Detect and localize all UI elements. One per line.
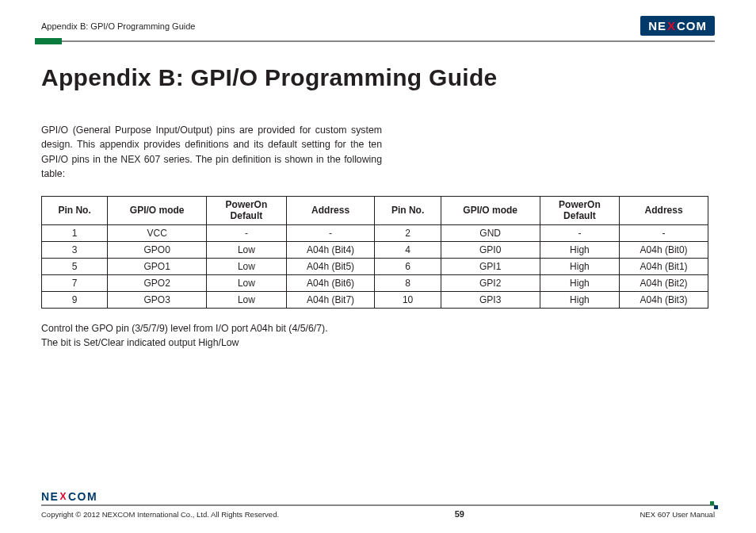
col-gpio-mode-b: GPI/O mode: [441, 196, 540, 224]
table-cell: 3: [42, 241, 108, 258]
doc-title: NEX 607 User Manual: [640, 510, 715, 519]
table-cell: GPI3: [441, 291, 540, 308]
table-cell: -: [620, 224, 708, 241]
table-cell: High: [540, 291, 620, 308]
table-cell: A04h (Bit6): [286, 274, 375, 291]
table-cell: GPO0: [108, 241, 207, 258]
logo-text-post: COM: [677, 19, 707, 33]
gpio-pin-table: Pin No. GPI/O mode PowerOnDefault Addres…: [41, 196, 708, 309]
intro-paragraph: GPI/O (General Purpose Input/Output) pin…: [41, 123, 382, 182]
table-cell: 2: [375, 224, 441, 241]
table-header-row: Pin No. GPI/O mode PowerOnDefault Addres…: [42, 196, 708, 224]
table-row: 9GPO3LowA04h (Bit7)10GPI3HighA04h (Bit3): [42, 291, 708, 308]
note-line-1: Control the GPO pin (3/5/7/9) level from…: [41, 321, 715, 336]
table-cell: GPI0: [441, 241, 540, 258]
table-cell: A04h (Bit7): [286, 291, 375, 308]
table-cell: GPI1: [441, 258, 540, 274]
header-section-label: Appendix B: GPI/O Programming Guide: [41, 21, 195, 31]
table-cell: 8: [375, 274, 441, 291]
logo-text-x: X: [667, 19, 676, 33]
table-cell: Low: [207, 291, 287, 308]
table-cell: Low: [207, 274, 287, 291]
table-cell: A04h (Bit2): [620, 274, 708, 291]
table-cell: High: [540, 274, 620, 291]
footer-rule: [41, 504, 715, 506]
note-line-2: The bit is Set/Clear indicated output Hi…: [41, 336, 715, 350]
table-cell: High: [540, 241, 620, 258]
footer-logo-post: COM: [68, 490, 97, 503]
table-row: 3GPO0LowA04h (Bit4)4GPI0HighA04h (Bit0): [42, 241, 708, 258]
col-address-b: Address: [620, 196, 708, 224]
header-rule: [41, 40, 715, 42]
col-poweron-b: PowerOnDefault: [540, 196, 620, 224]
logo-text-pre: NE: [648, 19, 666, 33]
table-cell: 6: [375, 258, 441, 274]
table-cell: -: [540, 224, 620, 241]
table-row: 1VCC--2GND--: [42, 224, 708, 241]
brand-logo: NEXCOM: [640, 16, 715, 36]
footer-accent-icon: [710, 501, 718, 509]
footer-brand-logo: NEXCOM: [41, 490, 715, 503]
col-gpio-mode-a: GPI/O mode: [108, 196, 207, 224]
table-cell: GPO2: [108, 274, 207, 291]
table-row: 7GPO2LowA04h (Bit6)8GPI2HighA04h (Bit2): [42, 274, 708, 291]
col-address-a: Address: [286, 196, 375, 224]
table-cell: 10: [375, 291, 441, 308]
table-cell: A04h (Bit3): [620, 291, 708, 308]
table-cell: 1: [42, 224, 108, 241]
table-row: 5GPO1LowA04h (Bit5)6GPI1HighA04h (Bit1): [42, 258, 708, 274]
page-number: 59: [455, 509, 464, 519]
table-cell: 7: [42, 274, 108, 291]
table-cell: A04h (Bit4): [286, 241, 375, 258]
table-cell: -: [286, 224, 375, 241]
col-poweron-a: PowerOnDefault: [207, 196, 287, 224]
table-cell: GPO3: [108, 291, 207, 308]
table-cell: Low: [207, 258, 287, 274]
table-cell: A04h (Bit1): [620, 258, 708, 274]
table-cell: GND: [441, 224, 540, 241]
table-cell: Low: [207, 241, 287, 258]
col-pin-no-b: Pin No.: [375, 196, 441, 224]
page-title: Appendix B: GPI/O Programming Guide: [41, 64, 715, 91]
col-pin-no-a: Pin No.: [42, 196, 108, 224]
table-cell: GPO1: [108, 258, 207, 274]
table-cell: A04h (Bit5): [286, 258, 375, 274]
footer-logo-x: X: [59, 491, 67, 502]
header-accent-icon: [35, 38, 62, 44]
copyright-text: Copyright © 2012 NEXCOM International Co…: [41, 510, 279, 519]
table-cell: -: [207, 224, 287, 241]
table-cell: A04h (Bit0): [620, 241, 708, 258]
table-cell: VCC: [108, 224, 207, 241]
table-cell: 4: [375, 241, 441, 258]
table-cell: High: [540, 258, 620, 274]
table-cell: 9: [42, 291, 108, 308]
table-cell: 5: [42, 258, 108, 274]
table-cell: GPI2: [441, 274, 540, 291]
footer-logo-pre: NE: [41, 490, 59, 503]
